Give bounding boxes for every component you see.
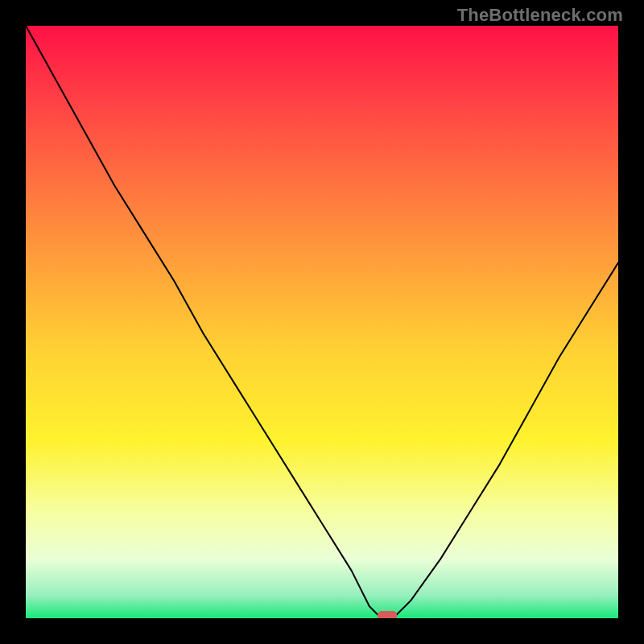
curve-layer [26, 26, 618, 618]
plot-area [26, 26, 618, 618]
optimal-marker [378, 611, 397, 618]
bottleneck-curve [26, 26, 618, 618]
watermark-text: TheBottleneck.com [457, 5, 623, 26]
chart-frame: TheBottleneck.com [0, 0, 644, 644]
